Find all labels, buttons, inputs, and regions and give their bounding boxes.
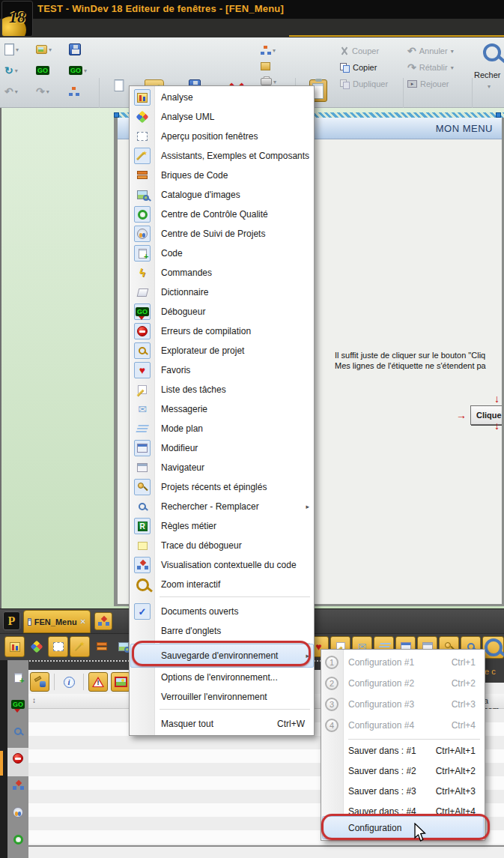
hierarchy-icon[interactable]: ▾	[261, 43, 276, 57]
catalogue-icon	[134, 187, 151, 203]
menu-item-options-de-l-environnement[interactable]: Options de l'environnement...	[130, 668, 314, 687]
menu-item-zoom-interactif[interactable]: Zoom interactif	[130, 575, 314, 594]
submenu-item-configuration-2[interactable]: 2Configuration #2Ctrl+2	[321, 674, 485, 693]
menu-item-label: Explorateur de projet	[161, 345, 244, 356]
go-test-icon[interactable]: GO	[36, 63, 49, 78]
menu-item-documents-ouverts[interactable]: ✓Documents ouverts	[130, 602, 314, 621]
zoom-icon	[134, 576, 151, 593]
menu-item-favoris[interactable]: ♥Favoris	[130, 360, 314, 380]
submenu-item-sauver-dans-3[interactable]: Sauver dans : #3Ctrl+Alt+3	[321, 782, 485, 801]
project-p-icon[interactable]: P	[3, 611, 20, 630]
menu-item-navigateur[interactable]: Navigateur	[130, 458, 314, 477]
erreurs-icon[interactable]	[10, 750, 26, 767]
zoom-icon[interactable]	[482, 636, 504, 659]
submenu-item-label: Configuration #4	[348, 720, 414, 731]
menu-item-analyse-uml[interactable]: Analyse UML	[130, 107, 314, 127]
menu-item-r-gles-m-tier[interactable]: RRègles métier	[130, 516, 314, 536]
menu-item-dictionnaire[interactable]: Dictionnaire	[130, 283, 314, 302]
menu-item-analyse[interactable]: Analyse	[130, 88, 314, 107]
rejouer-button[interactable]: ▸Rejouer	[407, 76, 449, 92]
search-button[interactable]	[479, 43, 504, 61]
menu-item-centre-de-contr-le-qualit[interactable]: Centre de Contrôle Qualité	[130, 205, 314, 224]
hierarchy-icon[interactable]	[69, 84, 79, 99]
menu-item-centre-de-suivi-de-projets[interactable]: Centre de Suivi de Projets	[130, 224, 314, 244]
designed-window-label[interactable]: Il suffit juste de cliquer sur le bouton…	[335, 350, 486, 371]
menu-item-label: Messagerie	[161, 404, 207, 414]
visualisation-icon	[134, 557, 151, 573]
close-tab-icon[interactable]: ✕	[80, 617, 86, 626]
menu-item-masquer-tout[interactable]: Masquer toutCtrl+W	[130, 714, 314, 734]
menu-item-projets-r-cents-et-pingl-s[interactable]: Projets récents et épinglés	[130, 477, 314, 497]
controle-qualite-icon[interactable]	[10, 831, 26, 848]
menu-item-d-bogueur[interactable]: GODébogueur	[130, 302, 314, 321]
refresh-icon[interactable]: ↻▾	[4, 63, 18, 78]
submenu-item-configuration-1[interactable]: 1Configuration #1Ctrl+1	[321, 653, 485, 672]
submenu-item-shortcut: Ctrl+Alt+2	[436, 766, 476, 776]
rétablir-button[interactable]: ↷Rétablir▾	[407, 59, 454, 76]
visualisation-icon[interactable]	[10, 777, 26, 794]
debogueur-icon: GO	[134, 303, 151, 320]
redo-icon[interactable]: ↷▾	[36, 84, 49, 99]
new-file-icon[interactable]: ▾	[4, 42, 19, 57]
submenu-item-sauver-dans-2[interactable]: Sauver dans : #2Ctrl+Alt+2	[321, 761, 485, 781]
search-dropdown-icon[interactable]: ▾	[488, 80, 491, 91]
couper-button[interactable]: Couper	[340, 43, 379, 59]
submenu-item-configuration-3[interactable]: 3Configuration #3Ctrl+3	[321, 695, 485, 714]
project-folder-icon[interactable]	[261, 59, 270, 73]
dictionnaire-icon	[134, 284, 151, 300]
analyse-icon[interactable]	[4, 636, 25, 657]
info-icon[interactable]: i	[59, 672, 79, 692]
undo-icon[interactable]: ↶▾	[4, 84, 18, 99]
menu-item-commandes[interactable]: ϟCommandes	[130, 263, 314, 283]
image-icon[interactable]	[111, 672, 130, 692]
menu-separator	[160, 596, 310, 597]
visualisation-tab-icon[interactable]	[94, 612, 112, 630]
assistants-icon[interactable]: ★	[70, 636, 90, 657]
open-image-folder-icon[interactable]: ▾	[36, 42, 52, 57]
check-icon: ✓	[134, 603, 151, 620]
deploy-icon[interactable]	[30, 672, 49, 692]
menu-item-aper-u-position-fen-tres[interactable]: Aperçu position fenêtres	[130, 127, 314, 146]
menu-item-erreurs-de-compilation[interactable]: Erreurs de compilation	[130, 321, 314, 341]
menu-item-liste-des-t-ches[interactable]: Liste des tâches	[130, 380, 314, 399]
code-icon[interactable]: +	[10, 669, 26, 686]
resize-handle[interactable]	[114, 112, 119, 118]
apercu-icon[interactable]	[48, 636, 68, 657]
menu-item-trace-du-d-bogueur[interactable]: Trace du débogueur	[130, 536, 314, 555]
copier-button[interactable]: Copier	[340, 59, 377, 76]
menu-item-label: Erreurs de compilation	[161, 326, 251, 336]
save-icon[interactable]	[69, 42, 81, 57]
submenu-item-label: Configuration #1	[348, 657, 414, 668]
toolbar-separator	[54, 674, 55, 690]
menu-item-modifieur[interactable]: Modifieur	[130, 438, 314, 458]
menu-item-briques-de-code[interactable]: Briques de Code	[130, 166, 314, 185]
suivi-projets-icon[interactable]	[10, 804, 26, 821]
submenu-item-configuration-4[interactable]: 4Configuration #4Ctrl+4	[321, 716, 485, 735]
menu-item-verrouiller-l-environnement[interactable]: Verrouiller l'environnement	[130, 687, 314, 707]
menu-item-mode-plan[interactable]: Mode plan	[130, 419, 314, 438]
document-tab-fen-menu[interactable]: FEN_Menu ✕	[23, 610, 91, 633]
menu-item-barre-d-onglets[interactable]: Barre d'onglets	[130, 621, 314, 641]
go-project-icon[interactable]: GO▾	[69, 63, 87, 78]
menu-item-visualisation-contextuelle-du-code[interactable]: Visualisation contextuelle du code	[130, 555, 314, 575]
briques-icon[interactable]	[91, 636, 112, 657]
analyse-uml-icon[interactable]	[26, 636, 46, 657]
trace-icon	[134, 537, 151, 554]
submenu-item-sauver-dans-1[interactable]: Sauver dans : #1Ctrl+Alt+1	[321, 741, 485, 761]
menu-item-rechercher-remplacer[interactable]: Rechercher - Remplacer▸	[130, 497, 314, 516]
menu-item-label: Code	[161, 248, 183, 259]
menu-item-explorateur-de-projet[interactable]: Explorateur de projet	[130, 341, 314, 360]
submenu-item-shortcut: Ctrl+Alt+1	[436, 746, 476, 756]
menu-item-code[interactable]: +Code	[130, 244, 314, 263]
resize-handle[interactable]	[496, 112, 501, 118]
rechercher-icon[interactable]	[10, 723, 26, 740]
sort-icon[interactable]: ↕	[32, 696, 36, 704]
menu-item-catalogue-d-images[interactable]: Catalogue d'images	[130, 185, 314, 205]
dupliquer-button[interactable]: Dupliquer	[340, 76, 388, 92]
annuler-button[interactable]: ↶Annuler▾	[407, 43, 454, 59]
warning-icon[interactable]: !	[88, 672, 108, 692]
menu-item-assistants-exemples-et-composants[interactable]: ★Assistants, Exemples et Composants	[130, 146, 314, 166]
menu-item-messagerie[interactable]: ✉Messagerie	[130, 399, 314, 419]
debogueur-icon[interactable]: GO	[10, 696, 26, 713]
submenu-item-label: Configuration #3	[348, 699, 414, 710]
